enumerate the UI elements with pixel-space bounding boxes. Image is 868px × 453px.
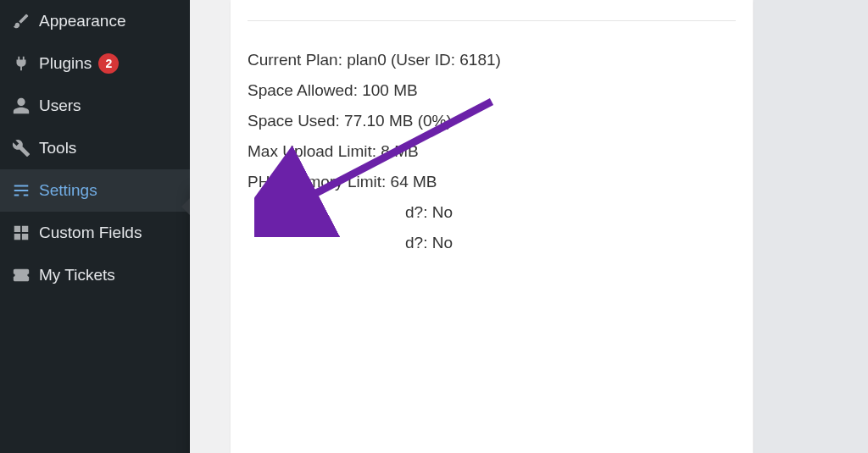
admin-sidebar: Appearance Plugins 2 Users Tools Setting… <box>0 0 190 453</box>
sidebar-item-label: Settings <box>39 181 97 200</box>
sidebar-item-label: Users <box>39 97 81 115</box>
info-current-plan: Current Plan: plan0 (User ID: 6181) <box>248 45 736 75</box>
info-line-partial-2: d?: No <box>248 228 736 258</box>
content-wrap: Current Plan: plan0 (User ID: 6181) Spac… <box>190 0 868 453</box>
sidebar-item-settings[interactable]: Settings <box>0 169 190 212</box>
sidebar-item-label: Plugins <box>39 54 92 73</box>
update-badge: 2 <box>98 53 119 74</box>
info-space-allowed: Space Allowed: 100 MB <box>248 75 736 106</box>
ticket-icon <box>12 266 39 285</box>
sidebar-item-tools[interactable]: Tools <box>0 127 190 169</box>
sidebar-item-my-tickets[interactable]: My Tickets <box>0 254 190 296</box>
user-icon <box>12 97 39 115</box>
sidebar-item-custom-fields[interactable]: Custom Fields <box>0 212 190 254</box>
grid-icon <box>12 224 39 242</box>
plug-icon <box>12 54 39 73</box>
info-line-partial-1: d?: No <box>248 197 736 228</box>
sidebar-item-label: Tools <box>39 139 76 157</box>
divider <box>248 20 736 21</box>
wrench-icon <box>12 139 39 157</box>
sliders-icon <box>12 181 39 200</box>
dashboard-card: Current Plan: plan0 (User ID: 6181) Spac… <box>231 0 753 453</box>
sidebar-item-users[interactable]: Users <box>0 85 190 127</box>
info-max-upload: Max Upload Limit: 8 MB <box>248 136 736 167</box>
right-gutter <box>754 0 868 453</box>
sidebar-item-appearance[interactable]: Appearance <box>0 0 190 42</box>
info-space-used: Space Used: 77.10 MB (0%) <box>248 106 736 136</box>
sidebar-item-plugins[interactable]: Plugins 2 <box>0 42 190 85</box>
sidebar-item-label: My Tickets <box>39 266 115 285</box>
info-php-memory: PHP Memory Limit: 64 MB <box>248 167 736 197</box>
brush-icon <box>12 12 39 30</box>
sidebar-item-label: Custom Fields <box>39 224 142 242</box>
sidebar-item-label: Appearance <box>39 12 125 30</box>
